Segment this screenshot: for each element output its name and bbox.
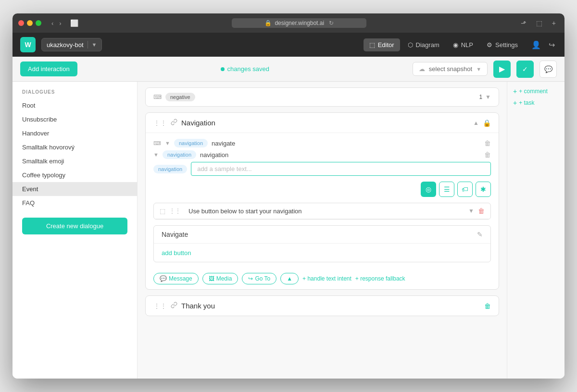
target-icon-button[interactable]: ◎ xyxy=(421,182,436,197)
message-drag-handle[interactable]: ⋮⋮ xyxy=(169,208,181,214)
keyboard-small-icon: ⌨ xyxy=(153,140,161,147)
navigation-card-title: Navigation xyxy=(181,119,473,127)
sidebar-item-root[interactable]: Root xyxy=(13,98,137,112)
negative-row-right: 1 ▼ xyxy=(479,94,491,100)
changes-saved-indicator: changes saved xyxy=(221,65,269,73)
handle-text-intent-button[interactable]: + handle text intent xyxy=(302,275,351,282)
thankyou-drag-handle[interactable]: ⋮⋮ xyxy=(153,302,167,310)
diagram-icon: ⬡ xyxy=(408,41,413,49)
sidebar-item-unsubscribe[interactable]: Unsubscribe xyxy=(13,112,137,126)
navigate-title: Navigate xyxy=(162,231,188,238)
cloud-icon: ☁ xyxy=(419,65,425,73)
drag-handle-icon[interactable]: ⋮⋮ xyxy=(153,119,167,127)
sidebar-item-event[interactable]: Event xyxy=(13,182,137,196)
navigate-edit-button[interactable]: ✎ xyxy=(477,231,483,238)
response-fallback-button[interactable]: + response fallback xyxy=(355,275,405,282)
navigate-tag: navigation xyxy=(174,139,208,147)
bot-name: ukazkovy-bot xyxy=(47,41,84,49)
card-header-actions: ▲ 🔒 xyxy=(473,119,491,127)
message-delete-button[interactable]: 🗑 xyxy=(478,207,485,215)
sidebar-item-coffee-typology[interactable]: Coffee typology xyxy=(13,168,137,182)
selector-divider xyxy=(88,41,88,49)
navigation-tag: navigation xyxy=(163,150,196,159)
url-text: designer.wingbot.ai xyxy=(275,20,324,26)
navigate-delete-button[interactable]: 🗑 xyxy=(484,139,491,147)
thankyou-card: ⋮⋮ Thank you 🗑 xyxy=(145,295,499,316)
play-button[interactable]: ▶ xyxy=(493,61,511,78)
user-icon[interactable]: 👤 xyxy=(529,38,543,51)
thankyou-delete-button[interactable]: 🗑 xyxy=(484,302,491,310)
new-tab-button[interactable]: + xyxy=(549,18,559,28)
lock-icon: 🔒 xyxy=(264,20,272,26)
maximize-button[interactable] xyxy=(36,20,41,26)
thankyou-link-icon xyxy=(171,302,177,310)
header-nav: ⬚ Editor ⬡ Diagram ◉ NLP ⚙ Settings xyxy=(364,38,524,51)
message-tag-button[interactable]: 💬 Message xyxy=(153,273,199,284)
forward-button[interactable]: › xyxy=(57,19,63,28)
navigation-row-chevron-button[interactable]: ▼ xyxy=(153,152,159,158)
tag-icon-button[interactable]: 🏷 xyxy=(457,182,473,197)
goto-tag-icon: ↪ xyxy=(248,275,253,282)
nav-item-editor[interactable]: ⬚ Editor xyxy=(364,38,400,51)
asterisk-icon-button[interactable]: ✱ xyxy=(476,182,491,197)
message-chevron-button[interactable]: ▼ xyxy=(468,208,474,214)
saved-dot-icon xyxy=(221,67,225,71)
intent-row-chevron-button[interactable]: ▼ xyxy=(165,140,170,146)
sample-text-input[interactable] xyxy=(191,162,491,176)
navigation-card: ⋮⋮ Navigation ▲ 🔒 ⌨ xyxy=(145,112,499,290)
collapse-button[interactable]: ▲ xyxy=(280,273,299,284)
navigate-box: Navigate ✎ add button xyxy=(153,225,491,262)
add-button-area: add button xyxy=(154,244,490,262)
add-interaction-button[interactable]: Add interaction xyxy=(20,61,77,76)
snapshot-arrow-icon: ▼ xyxy=(476,66,481,72)
negative-chevron-button[interactable]: ▼ xyxy=(485,94,491,100)
negative-card: ⌨ negative 1 ▼ xyxy=(145,87,499,107)
comment-plus-icon: + xyxy=(513,87,517,95)
sidebar-item-smalltalk-hovorovy[interactable]: Smalltalk hovorový xyxy=(13,140,137,154)
sidebar: DIALOGUES Root Unsubscribe Handover Smal… xyxy=(13,82,138,379)
comment-button[interactable]: + + comment xyxy=(513,87,548,95)
toolbar: Add interaction changes saved ☁ select s… xyxy=(13,57,564,82)
close-button[interactable] xyxy=(18,20,24,26)
back-button[interactable]: ‹ xyxy=(49,19,56,28)
check-button[interactable]: ✓ xyxy=(516,61,534,78)
app-window: ‹ › ⬜ 🔒 designer.wingbot.ai ↻ ⬏ ⬚ + W uk… xyxy=(13,13,564,379)
play-icon: ▶ xyxy=(499,64,505,74)
nav-item-settings[interactable]: ⚙ Settings xyxy=(481,38,524,51)
snapshot-selector[interactable]: ☁ select snapshot ▼ xyxy=(413,62,488,76)
minimize-button[interactable] xyxy=(27,20,33,26)
nav-card-chevron-button[interactable]: ▲ xyxy=(473,120,479,126)
logout-icon[interactable]: ↪ xyxy=(547,38,557,51)
zoom-button[interactable]: ⬚ xyxy=(533,18,545,28)
create-new-dialogue-button[interactable]: Create new dialogue xyxy=(22,218,127,234)
message-block-header: ⬚ ⋮⋮ Use button below to start your navi… xyxy=(154,203,490,219)
media-tag-button[interactable]: 🖼 Media xyxy=(202,273,238,284)
list-icon-button[interactable]: ☰ xyxy=(439,182,454,197)
sidebar-item-handover[interactable]: Handover xyxy=(13,126,137,140)
nav-item-diagram[interactable]: ⬡ Diagram xyxy=(402,38,445,51)
sidebar-item-smalltalk-emoji[interactable]: Smalltalk emoji xyxy=(13,154,137,168)
tabs-button[interactable]: ⬜ xyxy=(68,18,81,28)
add-button-button[interactable]: add button xyxy=(162,249,191,257)
traffic-lights xyxy=(18,20,41,26)
navigate-header: Navigate ✎ xyxy=(154,226,490,244)
navigation-delete-button[interactable]: 🗑 xyxy=(484,151,491,159)
action-icons: ◎ ☰ 🏷 ✱ xyxy=(146,182,499,203)
titlebar-center: 🔒 designer.wingbot.ai ↻ xyxy=(85,18,514,28)
selector-arrow-icon: ▼ xyxy=(92,42,97,48)
intent-rows: ⌨ ▼ navigation navigate 🗑 ▼ navigation n… xyxy=(146,133,499,182)
share-button[interactable]: ⬏ xyxy=(518,18,529,28)
comment-label: + comment xyxy=(519,88,548,95)
task-plus-icon: + xyxy=(513,99,517,107)
bot-selector[interactable]: ukazkovy-bot ▼ xyxy=(41,38,102,51)
task-button[interactable]: + + task xyxy=(513,99,535,107)
main-content: DIALOGUES Root Unsubscribe Handover Smal… xyxy=(13,82,564,379)
nav-item-nlp[interactable]: ◉ NLP xyxy=(447,38,479,51)
nlp-icon: ◉ xyxy=(453,41,458,49)
chat-button[interactable]: 💬 xyxy=(539,61,557,78)
task-label: + task xyxy=(519,99,534,106)
goto-tag-button[interactable]: ↪ Go To xyxy=(242,273,276,284)
refresh-icon[interactable]: ↻ xyxy=(329,20,334,26)
snapshot-label: select snapshot xyxy=(429,65,472,73)
sidebar-item-faq[interactable]: FAQ xyxy=(13,196,137,210)
